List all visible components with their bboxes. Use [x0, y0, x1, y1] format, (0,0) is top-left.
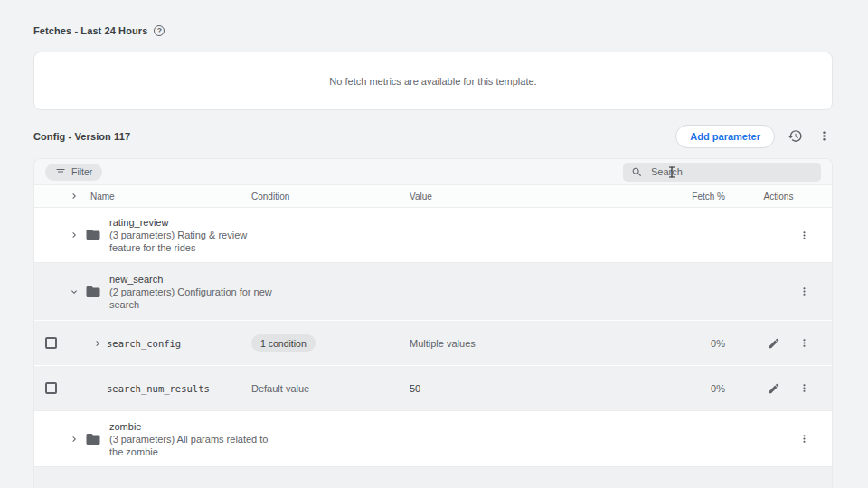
parameters-table: Filter Name Condition Value Fetch % Acti… [33, 158, 833, 488]
edit-button[interactable] [766, 335, 782, 352]
group-row-rating-review[interactable]: rating_review (3 parameters) Rating & re… [34, 208, 832, 262]
config-overflow-menu-button[interactable] [816, 127, 833, 145]
parameter-row-search-num-results[interactable]: search_num_results Default value 50 0% [34, 365, 832, 410]
group-name: new_search [109, 273, 272, 286]
filter-button[interactable]: Filter [45, 164, 102, 181]
group-row-zombie[interactable]: zombie (3 parameters) All params related… [34, 410, 832, 466]
add-parameter-button[interactable]: Add parameter [675, 125, 775, 148]
row-checkbox[interactable] [45, 337, 57, 349]
expand-all-chevron-icon[interactable] [69, 191, 80, 202]
fetch-percent: 0% [711, 383, 725, 394]
empty-metrics-message: No fetch metrics are available for this … [329, 76, 536, 87]
parameter-row-search-config[interactable]: search_config 1 condition Multiple value… [34, 320, 832, 365]
chevron-right-icon[interactable] [69, 230, 80, 240]
group-name: rating_review [109, 216, 247, 229]
help-icon[interactable]: ? [154, 25, 165, 36]
fetches-section-header: Fetches - Last 24 Hours ? [33, 25, 165, 36]
group-description: (3 parameters) Rating & review feature f… [109, 229, 247, 254]
column-header-fetch: Fetch % [692, 192, 725, 202]
table-header-row: Name Condition Value Fetch % Actions [34, 185, 832, 208]
group-description: (2 parameters) Configuration for new sea… [109, 286, 272, 311]
search-box[interactable] [623, 163, 821, 182]
condition-text: Default value [251, 383, 410, 394]
folder-icon [85, 284, 101, 300]
folder-icon [85, 431, 101, 447]
chevron-right-icon[interactable] [92, 338, 103, 349]
filter-icon [55, 166, 66, 177]
config-header-bar: Config - Version 117 Add parameter [33, 123, 833, 149]
row-overflow-menu-button[interactable] [797, 228, 812, 243]
filter-label: Filter [71, 166, 92, 177]
group-row-new-search[interactable]: new_search (2 parameters) Configuration … [34, 262, 832, 320]
table-toolbar: Filter [34, 159, 832, 185]
folder-icon [85, 227, 101, 243]
column-header-condition: Condition [251, 192, 410, 202]
group-row-new-login[interactable]: new_login [34, 466, 832, 488]
fetch-percent: 0% [711, 338, 725, 349]
row-overflow-menu-button[interactable] [797, 335, 812, 351]
row-overflow-menu-button[interactable] [797, 431, 812, 446]
group-description: (3 parameters) All params related to the… [109, 433, 268, 458]
group-name: zombie [109, 420, 268, 433]
config-actions: Add parameter [675, 125, 833, 148]
parameter-value: 50 [410, 383, 635, 394]
row-checkbox[interactable] [45, 382, 57, 394]
row-overflow-menu-button[interactable] [797, 380, 812, 396]
version-history-button[interactable] [786, 127, 805, 145]
chevron-down-icon[interactable] [69, 286, 80, 297]
config-version-title: Config - Version 117 [33, 131, 130, 142]
history-icon [788, 128, 803, 144]
column-header-name: Name [90, 192, 251, 202]
chevron-right-icon[interactable] [69, 434, 80, 445]
fetch-metrics-card: No fetch metrics are available for this … [33, 52, 833, 110]
search-icon [631, 166, 643, 178]
condition-chip[interactable]: 1 condition [251, 334, 316, 352]
column-header-actions: Actions [764, 192, 794, 202]
row-overflow-menu-button[interactable] [797, 284, 812, 299]
text-cursor-icon [668, 166, 675, 178]
parameter-name: search_num_results [107, 383, 251, 394]
parameter-name: search_config [107, 338, 251, 349]
more-vert-icon [817, 129, 831, 143]
edit-button[interactable] [766, 380, 782, 397]
fetches-title: Fetches - Last 24 Hours [33, 25, 147, 36]
parameter-value: Multiple values [410, 338, 635, 349]
column-header-value: Value [410, 192, 635, 202]
